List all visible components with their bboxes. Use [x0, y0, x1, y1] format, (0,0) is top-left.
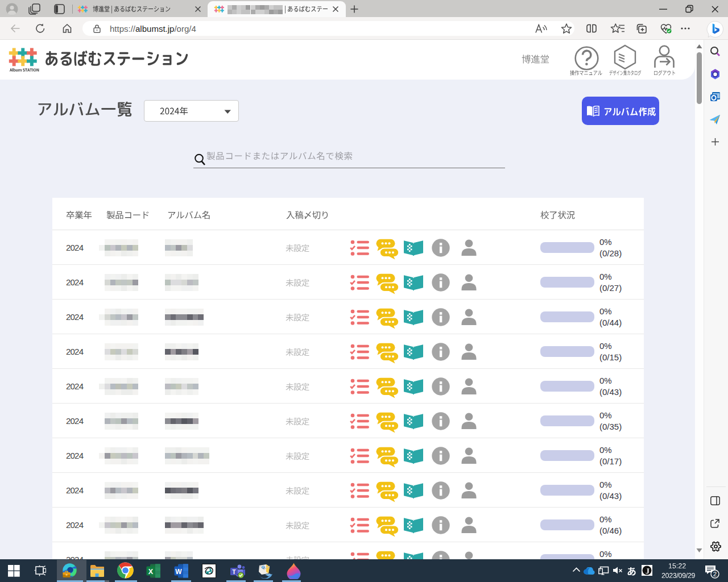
svg-text:X: X	[148, 568, 154, 576]
svg-text:2: 2	[713, 571, 717, 577]
svg-text:P: P	[262, 566, 264, 569]
svg-text:W: W	[175, 568, 182, 576]
svg-text:T: T	[232, 568, 236, 575]
